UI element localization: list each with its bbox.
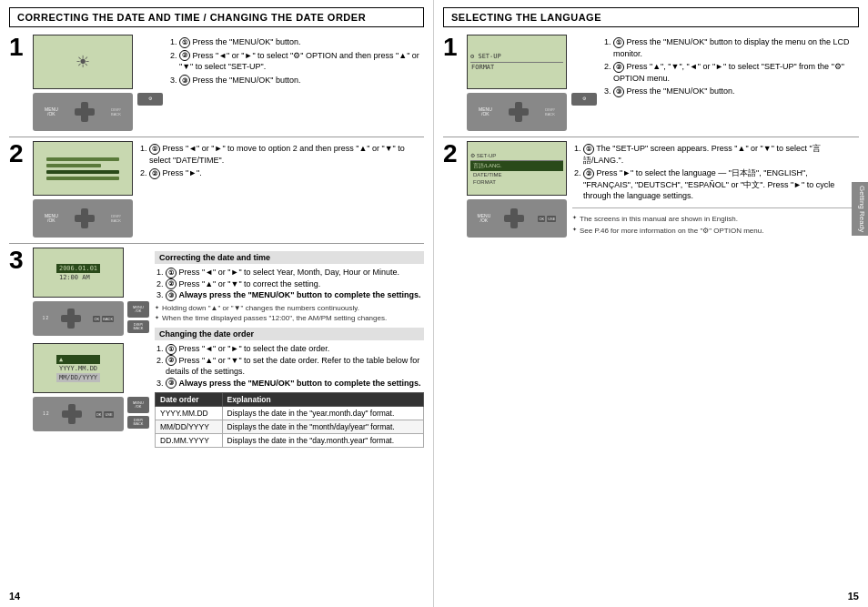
table-row: DD.MM.YYYY Displays the date in the "day… xyxy=(156,434,424,448)
step2-row: 2 MENU/OK xyxy=(9,141,424,238)
right-step1-device: ⚙ SET-UP FORMAT MENU/OK DISP/BACK xyxy=(467,35,597,131)
right-step2-lcd: ⚙ SET-UP 言語/LANG. DATE/TIME FORMAT xyxy=(467,141,567,196)
right-section-title: SELECTING THE LANGUAGE xyxy=(443,7,859,27)
right-page: SELECTING THE LANGUAGE 1 ⚙ SET-UP FORMAT… xyxy=(434,0,868,607)
step3-images: 2006.01.01 12:00 AM 1 2 OK BACK xyxy=(33,248,149,431)
step1-content: ☀ MENU/OK DISP/BACK ⚙ xyxy=(33,35,424,131)
step1-btn1: ⚙ xyxy=(137,93,163,106)
right-step1-side: ⚙ xyxy=(571,93,597,106)
date-explanation-3: Displays the date in the "day.month.year… xyxy=(222,434,423,448)
note2: When the time displayed passes "12:00", … xyxy=(155,314,424,322)
step2-device: MENU/OK DISP/BACK xyxy=(33,141,133,238)
right-step2-content: ⚙ SET-UP 言語/LANG. DATE/TIME FORMAT MENU/… xyxy=(467,141,859,238)
step2-text: ① Press "◄" or "►" to move to option 2 a… xyxy=(138,141,424,181)
step3-camera-top: 1 2 OK BACK xyxy=(33,301,124,336)
right-step1-row: 1 ⚙ SET-UP FORMAT MENU/OK xyxy=(443,35,859,131)
step3-lcd-bottom: ▲ YYYY.MM.DD MM/DD/YYYY xyxy=(33,343,124,393)
step3-content: 2006.01.01 12:00 AM 1 2 OK BACK xyxy=(33,248,424,448)
table-header-explanation: Explanation xyxy=(222,393,423,407)
right-step1-text: ① Press the "MENU/OK" button to display … xyxy=(602,35,859,99)
step3-camera-bottom: 1 2 OK USE xyxy=(33,397,124,431)
date-order-table: Date order Explanation YYYY.MM.DD Displa… xyxy=(155,392,424,448)
step1-device: ☀ MENU/OK DISP/BACK ⚙ xyxy=(33,35,163,131)
side-btn-menu: MENU/OK xyxy=(127,301,149,318)
right-note1: The screens in this manual are shown in … xyxy=(572,214,859,224)
right-step2-row: 2 ⚙ SET-UP 言語/LANG. DATE/TIME FORMAT MEN… xyxy=(443,141,859,238)
table-header-order: Date order xyxy=(156,393,223,407)
correcting-subtitle: Correcting the date and time xyxy=(155,251,424,264)
date-format-2: MM/DD/YYYY xyxy=(156,420,223,434)
left-page-number: 14 xyxy=(9,591,20,602)
step2-number: 2 xyxy=(9,141,27,167)
getting-ready-label: Getting Ready xyxy=(858,186,866,232)
right-step2-device: ⚙ SET-UP 言語/LANG. DATE/TIME FORMAT MENU/… xyxy=(467,141,567,238)
changing-subtitle: Changing the date order xyxy=(155,328,424,340)
date-format-1: YYYY.MM.DD xyxy=(156,407,223,420)
left-page: CORRECTING THE DATE AND TIME / CHANGING … xyxy=(0,0,434,607)
right-step2-number: 2 xyxy=(443,141,461,167)
step3-side-bottom: MENU/OK DISP/BACK xyxy=(127,397,149,429)
table-row: YYYY.MM.DD Displays the date in the "yea… xyxy=(156,407,424,420)
step1-text: ① Press the "MENU/OK" button. ② Press "◄… xyxy=(168,35,424,87)
date-format-3: DD.MM.YYYY xyxy=(156,434,223,448)
step1-number: 1 xyxy=(9,35,27,60)
side-btn-menu2: MENU/OK xyxy=(127,397,149,413)
step1-side-buttons: ⚙ xyxy=(137,93,163,106)
table-row: MM/DD/YYYY Displays the date in the "mon… xyxy=(156,420,424,434)
right-page-number: 15 xyxy=(848,591,859,602)
right-side-btn1: ⚙ xyxy=(571,93,597,106)
step1-lcd: ☀ xyxy=(33,35,133,89)
right-step1-lcd: ⚙ SET-UP FORMAT xyxy=(467,35,567,89)
right-step2-text: ① The "SET-UP" screen appears. Press "▲"… xyxy=(572,141,859,236)
date-explanation-2: Displays the date in the "month/day/year… xyxy=(222,420,423,434)
step3-row: 3 2006.01.01 12:00 AM 1 2 xyxy=(9,248,424,448)
side-btn-disp: DISP/BACK xyxy=(127,320,149,333)
right-step1-number: 1 xyxy=(443,35,461,60)
right-step1-camera: MENU/OK DISP/BACK xyxy=(467,93,567,131)
right-step2-camera: MENU/OK OK USE xyxy=(467,199,567,238)
step3-side-top: MENU/OK DISP/BACK xyxy=(127,301,149,333)
step2-content: MENU/OK DISP/BACK ① Press "◄" or "►" to … xyxy=(33,141,424,238)
step2-camera: MENU/OK DISP/BACK xyxy=(33,199,133,238)
right-step1-content: ⚙ SET-UP FORMAT MENU/OK DISP/BACK xyxy=(467,35,859,131)
step3-lcd-top: 2006.01.01 12:00 AM xyxy=(33,248,124,298)
step1-camera: MENU/OK DISP/BACK xyxy=(33,93,133,131)
step3-text: Correcting the date and time ① Press "◄"… xyxy=(155,248,424,448)
step2-lcd xyxy=(33,141,133,196)
left-section-title: CORRECTING THE DATE AND TIME / CHANGING … xyxy=(9,7,424,27)
side-btn-disp2: DISP/BACK xyxy=(127,416,149,429)
note1: Holding down "▲" or "▼" changes the numb… xyxy=(155,304,424,312)
getting-ready-tab: Getting Ready xyxy=(852,182,868,236)
date-explanation-1: Displays the date in the "year.month.day… xyxy=(222,407,423,420)
right-note2: See P.46 for more information on the "⚙"… xyxy=(572,226,859,236)
step3-number: 3 xyxy=(9,248,27,273)
step1-row: 1 ☀ MENU/OK DISP/B xyxy=(9,35,424,131)
